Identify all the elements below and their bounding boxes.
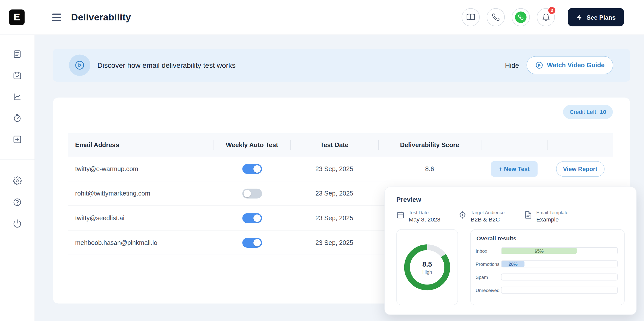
gauge-ring: 8.5 High — [404, 244, 450, 290]
phone-support-button[interactable] — [487, 8, 505, 26]
sidebar-divider — [0, 159, 35, 160]
watch-video-guide-button[interactable]: Watch Video Guide — [526, 56, 613, 74]
calendar-icon — [396, 211, 405, 219]
hide-banner-link[interactable]: Hide — [505, 61, 519, 69]
result-label: Unreceived — [476, 288, 501, 293]
sidebar-item-analytics[interactable] — [13, 92, 22, 101]
plus-square-icon — [13, 135, 22, 144]
result-label: Inbox — [476, 248, 501, 253]
credit-left-label: Credit Left: — [570, 109, 598, 115]
spam-bar — [501, 274, 618, 281]
speed-test-icon — [13, 114, 22, 123]
see-plans-label: See Plans — [586, 14, 615, 21]
overall-results-card: Overall results Inbox 65% Promotions 20%… — [470, 229, 625, 305]
main-content: Discover how email deliverability test w… — [35, 35, 644, 321]
sidebar-item-speed-test[interactable] — [13, 114, 22, 123]
result-row: Spam — [476, 274, 618, 281]
result-label: Spam — [476, 275, 501, 280]
lightning-bolt-icon — [576, 14, 583, 20]
result-label: Promotions — [476, 262, 501, 267]
notification-count-badge: 3 — [548, 7, 555, 14]
preview-email-template: Email Template: Example — [524, 210, 570, 222]
test-date-cell: 23 Sep, 2025 — [290, 214, 378, 221]
promotions-bar: 20% — [501, 260, 618, 267]
credit-left-value: 10 — [600, 109, 606, 115]
weekly-auto-test-toggle[interactable] — [242, 213, 262, 223]
view-report-button[interactable]: View Report — [556, 161, 604, 177]
info-label: Test Date: — [409, 210, 440, 215]
gauge-score: 8.5 — [422, 260, 432, 269]
banner-text: Discover how email deliverability test w… — [97, 61, 236, 70]
sidebar-item-help[interactable] — [13, 198, 22, 207]
sidebar — [0, 35, 35, 321]
calendar-check-icon — [13, 71, 22, 80]
table-header-row: Email Address Weekly Auto Test Test Date… — [68, 133, 613, 157]
table-row: twitty@e-warmup.com 23 Sep, 2025 8.6 + N… — [68, 157, 613, 181]
email-cell: rohit@twittymarketing.com — [68, 190, 214, 197]
email-cell: twitty@e-warmup.com — [68, 165, 214, 172]
new-test-button[interactable]: + New Test — [491, 161, 538, 177]
app-logo: E — [9, 9, 25, 25]
toggle-knob — [253, 165, 260, 172]
hamburger-menu-button[interactable] — [52, 14, 62, 21]
see-plans-button[interactable]: See Plans — [568, 8, 624, 26]
guide-book-button[interactable] — [462, 8, 480, 26]
column-divider — [548, 140, 548, 150]
column-divider — [481, 140, 481, 150]
column-divider — [213, 140, 214, 150]
app-root: E Deliverability — [0, 0, 644, 321]
whatsapp-button[interactable] — [512, 8, 530, 26]
notifications-button[interactable]: 3 — [537, 8, 555, 26]
email-cell: mehboob.hasan@pinkmail.io — [68, 239, 214, 246]
sidebar-item-list[interactable] — [13, 50, 22, 59]
target-icon — [458, 211, 467, 219]
preview-info-row: Test Date: May 8, 2023 Target Audience: … — [396, 210, 628, 222]
test-date-cell: 23 Sep, 2025 — [290, 165, 378, 172]
preview-panel: Preview Test Date: May 8, 2023 — [384, 187, 636, 315]
weekly-auto-test-toggle[interactable] — [242, 188, 262, 198]
info-value: May 8, 2023 — [409, 216, 440, 223]
column-divider — [290, 140, 291, 150]
header-actions: 3 See Plans — [455, 8, 644, 26]
column-divider — [378, 140, 379, 150]
preview-title: Preview — [396, 196, 421, 203]
watch-video-guide-label: Watch Video Guide — [547, 61, 604, 69]
preview-test-date: Test Date: May 8, 2023 — [396, 210, 440, 222]
notifications-bell-icon — [542, 13, 550, 21]
whatsapp-icon — [515, 12, 527, 23]
email-cell: twitty@seedlist.ai — [68, 214, 214, 221]
sidebar-item-settings[interactable] — [13, 176, 22, 185]
test-date-cell: 23 Sep, 2025 — [290, 190, 378, 197]
info-value: Example — [536, 216, 570, 223]
result-row: Unreceived — [476, 287, 618, 294]
toggle-knob — [243, 190, 251, 197]
score-cell: 8.6 — [378, 165, 481, 172]
sidebar-item-schedule[interactable] — [13, 71, 22, 80]
logout-icon — [13, 219, 22, 228]
play-circle-icon[interactable] — [69, 54, 90, 76]
sidebar-item-logout[interactable] — [13, 219, 22, 228]
credit-left-badge: Credit Left: 10 — [563, 105, 613, 119]
col-header-score: Deliverability Score — [378, 141, 481, 149]
weekly-auto-test-toggle[interactable] — [242, 164, 262, 174]
gauge-level: High — [422, 269, 432, 274]
help-circle-icon — [13, 198, 22, 207]
sidebar-item-add[interactable] — [13, 135, 22, 144]
phone-icon — [492, 13, 500, 21]
result-row: Promotions 20% — [476, 260, 618, 267]
col-header-weekly-auto-test: Weekly Auto Test — [213, 141, 290, 149]
weekly-auto-test-toggle[interactable] — [242, 238, 262, 247]
gear-icon — [13, 176, 22, 185]
form-list-icon — [13, 50, 22, 59]
top-bar: E Deliverability — [0, 0, 644, 35]
gauge-center: 8.5 High — [410, 250, 444, 284]
test-date-cell: 23 Sep, 2025 — [290, 239, 378, 246]
unreceived-bar — [501, 287, 618, 294]
col-header-email: Email Address — [68, 141, 214, 149]
info-label: Email Template: — [536, 210, 570, 215]
guide-book-icon — [466, 13, 475, 22]
score-gauge-card: 8.5 High — [396, 229, 458, 305]
preview-target-audience: Target Audience: B2B & B2C — [458, 210, 506, 222]
toggle-knob — [253, 214, 260, 221]
toggle-knob — [253, 239, 260, 246]
